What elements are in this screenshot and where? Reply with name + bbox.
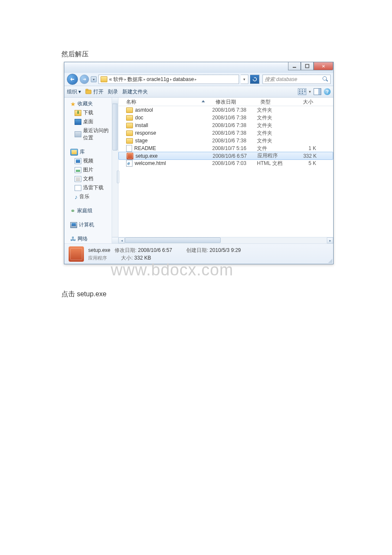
bc-sep: ▸	[144, 77, 146, 81]
titlebar: ✕	[64, 62, 333, 73]
file-row[interactable]: doc 2008/10/6 7:38 文件夹	[118, 114, 333, 121]
file-date: 2008/10/7 5:16	[212, 145, 257, 151]
column-name[interactable]: 名称	[118, 98, 212, 106]
bc-seg-oracle[interactable]: oracle11g	[147, 76, 169, 82]
exe-icon	[127, 153, 133, 159]
file-row[interactable]: asmtool 2008/10/6 7:38 文件夹	[118, 106, 333, 114]
explorer-window: ✕ ▾ « 软件 ▸ 数据库 ▸ oracle11g ▸ database ▸ …	[64, 62, 334, 264]
minimize-button[interactable]	[288, 62, 301, 70]
back-button[interactable]	[67, 74, 78, 85]
file-list: asmtool 2008/10/6 7:38 文件夹 doc 2008/10/6…	[118, 106, 333, 167]
file-size: 1 K	[296, 145, 320, 151]
file-row[interactable]: stage 2008/10/6 7:38 文件夹	[118, 137, 333, 145]
file-date: 2008/10/6 7:38	[212, 122, 257, 128]
newfolder-button[interactable]: 新建文件夹	[122, 88, 148, 95]
details-filename: setup.exe	[88, 247, 110, 253]
sidebar-item-documents[interactable]: 文档	[70, 174, 111, 183]
video-icon	[75, 158, 81, 164]
refresh-button[interactable]	[250, 75, 259, 84]
bc-seg-software[interactable]: 软件	[113, 76, 124, 83]
file-name: setup.exe	[135, 153, 158, 159]
scroll-left-button[interactable]: ◂	[118, 237, 125, 243]
sidebar-item-recent[interactable]: 最近访问的位置	[70, 126, 111, 142]
file-type: 文件	[257, 145, 296, 152]
sidebar-homegroup[interactable]: ⚭家庭组	[70, 206, 111, 215]
file-date: 2008/10/6 7:38	[212, 107, 257, 113]
folder-icon	[126, 107, 133, 113]
address-row: ▾ « 软件 ▸ 数据库 ▸ oracle11g ▸ database ▸ ▾ …	[64, 73, 333, 86]
folder-icon	[126, 138, 133, 144]
details-size-label: 大小:	[121, 255, 133, 261]
nav-history-dropdown[interactable]: ▾	[91, 76, 97, 82]
sidebar-item-pictures[interactable]: 图片	[70, 165, 111, 174]
help-icon[interactable]: ?	[324, 88, 331, 95]
column-type[interactable]: 类型	[257, 98, 296, 106]
xunlei-icon	[75, 185, 81, 191]
file-date: 2008/10/6 6:57	[213, 153, 257, 159]
column-size[interactable]: 大小	[296, 98, 320, 106]
scrollbar-thumb[interactable]	[112, 104, 118, 150]
bc-sep: ▸	[195, 77, 197, 81]
sidebar-libraries[interactable]: 库	[70, 147, 111, 156]
search-icon	[323, 76, 329, 82]
burn-button[interactable]: 刻录	[108, 88, 118, 95]
sidebar-item-music[interactable]: ♪音乐	[70, 192, 111, 201]
open-button[interactable]: 打开	[85, 88, 104, 95]
sidebar-favorites[interactable]: ★收藏夹	[70, 99, 111, 108]
file-row[interactable]: setup.exe 2008/10/6 6:57 应用程序 332 K	[118, 152, 333, 160]
recent-icon	[75, 131, 81, 137]
sort-arrow-icon	[202, 100, 205, 102]
details-mod-value: 2008/10/6 6:57	[138, 247, 172, 253]
column-date[interactable]: 修改日期	[212, 98, 257, 106]
bc-seg-db[interactable]: 数据库	[127, 76, 143, 83]
file-date: 2008/10/6 7:03	[212, 160, 257, 166]
file-date: 2008/10/6 7:38	[212, 115, 257, 121]
file-name: README	[134, 145, 156, 151]
file-type: 文件夹	[257, 114, 296, 121]
file-size: 332 K	[297, 153, 320, 159]
sidebar-computer[interactable]: 计算机	[70, 220, 111, 229]
open-icon	[85, 88, 92, 95]
html-icon	[126, 160, 133, 167]
file-row[interactable]: welcome.html 2008/10/6 7:03 HTML 文档 5 K	[118, 159, 333, 167]
scroll-track[interactable]	[125, 237, 327, 243]
svg-rect-0	[293, 67, 296, 68]
search-input[interactable]: 搜索 database	[262, 75, 331, 84]
document-icon	[75, 176, 81, 182]
maximize-button[interactable]	[301, 62, 314, 70]
details-filetype: 应用程序	[88, 255, 107, 260]
scroll-right-button[interactable]: ▸	[327, 237, 333, 243]
scrollbar-thumb[interactable]	[125, 237, 221, 243]
file-row[interactable]: response 2008/10/6 7:38 文件夹	[118, 129, 333, 137]
preview-pane-icon[interactable]	[314, 88, 321, 95]
forward-button[interactable]	[80, 75, 89, 84]
view-dropdown[interactable]: ▾	[309, 90, 311, 94]
bc-seg-database[interactable]: database	[173, 76, 194, 82]
folder-icon	[101, 76, 107, 82]
file-name: stage	[135, 138, 147, 144]
sidebar-item-desktop[interactable]: 桌面	[70, 117, 111, 126]
resize-grip[interactable]	[327, 258, 332, 263]
file-row[interactable]: install 2008/10/6 7:38 文件夹	[118, 121, 333, 129]
sidebar-item-xunlei[interactable]: 迅雷下载	[70, 183, 111, 192]
breadcrumb[interactable]: « 软件 ▸ 数据库 ▸ oracle11g ▸ database ▸	[98, 75, 239, 84]
details-create-label: 创建日期:	[186, 247, 208, 253]
sidebar-item-video[interactable]: 视频	[70, 156, 111, 165]
splitter-handle[interactable]	[117, 171, 119, 183]
folder-icon	[126, 130, 133, 136]
folder-icon	[126, 115, 133, 121]
horizontal-scrollbar[interactable]: ◂ ▸	[118, 237, 333, 243]
sidebar-network[interactable]: 🖧网络	[70, 234, 111, 243]
details-size-value: 332 KB	[134, 255, 151, 261]
computer-icon	[70, 222, 77, 228]
download-icon	[75, 110, 81, 116]
sidebar-item-downloads[interactable]: 下载	[70, 108, 111, 117]
file-row[interactable]: README 2008/10/7 5:16 文件 1 K	[118, 145, 333, 152]
close-button[interactable]: ✕	[314, 62, 333, 70]
breadcrumb-dropdown[interactable]: ▾	[241, 75, 248, 84]
file-type: 文件夹	[257, 122, 296, 129]
file-type: 文件夹	[257, 137, 296, 145]
picture-icon	[75, 167, 81, 173]
view-icon[interactable]	[298, 88, 306, 95]
organize-button[interactable]: 组织 ▾	[67, 88, 81, 95]
